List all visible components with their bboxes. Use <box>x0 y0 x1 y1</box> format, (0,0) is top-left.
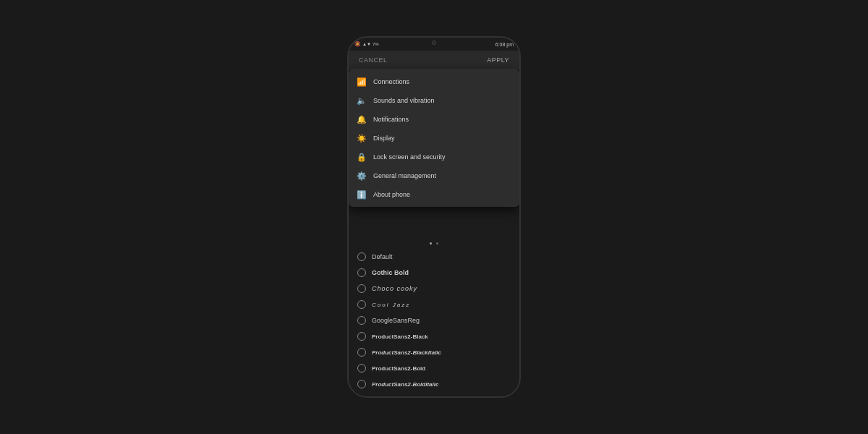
radio-ps2-black-italic[interactable] <box>357 348 366 357</box>
font-label-googlesans: GoogleSansReg <box>372 317 420 324</box>
dropdown-label-about: About phone <box>373 191 410 198</box>
status-time: 6:08 pm <box>495 42 514 47</box>
apply-button[interactable]: APPLY <box>487 56 509 64</box>
font-item-ps2-bold-italic[interactable]: ProductSans2-BoldItalic <box>349 376 519 392</box>
status-battery-percent: 7% <box>373 42 379 46</box>
dropdown-menu: 📶 Connections 🔈 Sounds and vibration 🔔 N… <box>349 69 519 207</box>
font-label-cool-jazz: Cool Jazz <box>372 302 410 308</box>
dropdown-item-connections[interactable]: 📶 Connections <box>349 72 519 91</box>
dropdown-label-sounds: Sounds and vibration <box>373 97 435 104</box>
scroll-dot-2 <box>436 242 438 244</box>
dropdown-label-general: General management <box>373 172 436 179</box>
dropdown-item-notifications[interactable]: 🔔 Notifications <box>349 110 519 129</box>
font-label-choco-cooky: Choco cooky <box>372 285 417 292</box>
sound-icon: 🔈 <box>356 95 367 106</box>
font-label-default: Default <box>372 253 393 260</box>
font-item-cool-jazz[interactable]: Cool Jazz <box>349 297 519 312</box>
font-label-ps2-black-italic: ProductSans2-BlackItalic <box>372 349 441 356</box>
about-icon: ℹ️ <box>356 189 367 200</box>
scroll-dot-1 <box>430 242 432 244</box>
font-label-ps2-bold: ProductSans2-Bold <box>372 365 425 372</box>
phone-frame: 🔕 ▲▼ 7% 6:08 pm CANCEL APPLY 📶 Connectio… <box>347 36 521 398</box>
action-bar: CANCEL APPLY <box>349 51 519 69</box>
dropdown-item-display[interactable]: ☀️ Display <box>349 129 519 148</box>
radio-ps2-black[interactable] <box>357 332 366 341</box>
radio-ps2-italic[interactable] <box>357 396 366 396</box>
font-item-googlesans[interactable]: GoogleSansReg <box>349 312 519 328</box>
status-bar: 🔕 ▲▼ 7% 6:08 pm <box>349 38 519 51</box>
font-item-ps2-black[interactable]: ProductSans2-Black <box>349 328 519 344</box>
font-list: Default Gothic Bold Choco cooky Cool Jaz… <box>349 249 519 396</box>
general-icon: ⚙️ <box>356 170 367 182</box>
status-right: 6:08 pm <box>495 42 514 47</box>
dropdown-label-display: Display <box>373 135 395 142</box>
status-icon-signal: ▲▼ <box>362 42 371 46</box>
notif-icon: 🔔 <box>356 114 367 125</box>
radio-ps2-bold[interactable] <box>357 364 366 373</box>
status-icon-sound: 🔕 <box>354 41 361 47</box>
dropdown-item-about[interactable]: ℹ️ About phone <box>349 185 519 204</box>
font-item-choco-cooky[interactable]: Choco cooky <box>349 281 519 297</box>
radio-cool-jazz[interactable] <box>357 300 366 309</box>
dropdown-label-lock: Lock screen and security <box>373 153 446 161</box>
display-icon: ☀️ <box>356 132 367 144</box>
dropdown-item-lock[interactable]: 🔒 Lock screen and security <box>349 148 519 166</box>
radio-gothic-bold[interactable] <box>357 268 366 277</box>
radio-googlesans[interactable] <box>357 316 366 325</box>
font-item-gothic-bold[interactable]: Gothic Bold <box>349 265 519 281</box>
radio-default[interactable] <box>357 252 366 261</box>
lock-icon: 🔒 <box>356 151 367 163</box>
radio-choco-cooky[interactable] <box>357 284 366 293</box>
font-label-ps2-bold-italic: ProductSans2-BoldItalic <box>372 381 438 388</box>
font-label-ps2-black: ProductSans2-Black <box>372 333 428 340</box>
camera-dot <box>432 41 436 45</box>
scroll-dots <box>349 231 519 249</box>
font-item-default[interactable]: Default <box>349 249 519 265</box>
radio-ps2-bold-italic[interactable] <box>357 380 366 388</box>
cancel-button[interactable]: CANCEL <box>359 56 388 64</box>
dropdown-label-notifications: Notifications <box>373 116 409 123</box>
wifi-icon: 📶 <box>356 76 367 88</box>
font-item-ps2-bold[interactable]: ProductSans2-Bold <box>349 360 519 376</box>
dropdown-item-general[interactable]: ⚙️ General management <box>349 166 519 185</box>
status-left: 🔕 ▲▼ 7% <box>354 41 379 47</box>
dropdown-label-connections: Connections <box>373 78 409 85</box>
font-item-ps2-black-italic[interactable]: ProductSans2-BlackItalic <box>349 344 519 360</box>
font-label-gothic-bold: Gothic Bold <box>372 269 409 276</box>
font-item-ps2-italic[interactable]: ProductSans2-Italic <box>349 392 519 396</box>
dropdown-item-sounds[interactable]: 🔈 Sounds and vibration <box>349 91 519 110</box>
